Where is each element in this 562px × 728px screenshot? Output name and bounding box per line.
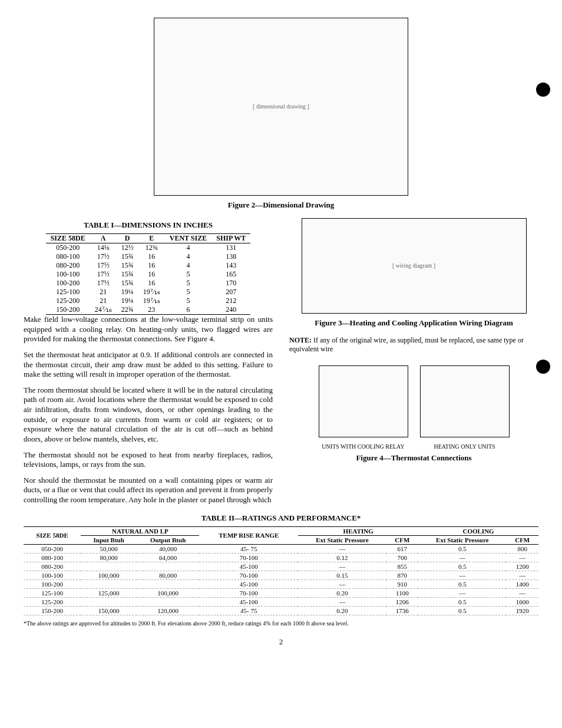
table-row: 150-20024⁷⁄₁₆22¾236240 — [46, 305, 251, 315]
t2-g-nat: NATURAL AND LP — [81, 526, 199, 535]
t2-s-out: Output Btuh — [137, 535, 199, 544]
t1-h-d: D — [117, 234, 138, 243]
figure-2-title: Figure 2—Dimensional Drawing — [24, 200, 538, 210]
table-row: 100-20017½15¾165170 — [46, 279, 251, 288]
table-1: SIZE 58DE A D E VENT SIZE SHIP WT 050-20… — [46, 233, 251, 315]
table-row: 080-10017½15¾164138 — [46, 252, 251, 261]
para-1: Make field low-voltage connections at th… — [24, 315, 273, 344]
figure-3-title: Figure 3—Heating and Cooling Application… — [289, 318, 538, 328]
table-row: 050-20050,00040,00045- 75—6170.5800 — [24, 544, 538, 553]
t2-s-cesp: Ext Static Pressure — [418, 535, 506, 544]
t2-g-size: SIZE 58DE — [24, 526, 81, 544]
t1-h-vent: VENT SIZE — [165, 234, 211, 243]
table-row: 125-100125,000100,00070-1000.201100—— — [24, 588, 538, 597]
t2-g-cool: COOLING — [418, 526, 538, 535]
t2-s-hcfm: CFM — [386, 535, 419, 544]
t1-h-e: E — [138, 234, 165, 243]
figure-3-note: NOTE: If any of the original wire, as su… — [289, 336, 538, 354]
table-2-footnote: *The above ratings are approved for alti… — [24, 620, 538, 627]
table-2-title: TABLE II—RATINGS AND PERFORMANCE* — [24, 513, 538, 523]
t2-s-hesp: Ext Static Pressure — [298, 535, 386, 544]
para-4: The thermostat should not be exposed to … — [24, 450, 273, 470]
t1-h-wt: SHIP WT — [211, 234, 250, 243]
table-row: 100-20045-100—9100.51400 — [24, 579, 538, 588]
table-1-title: TABLE I—DIMENSIONS IN INCHES — [24, 220, 273, 230]
t2-s-ccfm: CFM — [506, 535, 538, 544]
table-row: 080-20017½15¾164143 — [46, 261, 251, 270]
table-2: SIZE 58DE NATURAL AND LP TEMP RISE RANGE… — [24, 526, 538, 615]
table-row: 125-2002119¼19⁷⁄₁₆5212 — [46, 297, 251, 305]
table-row: 125-20045-100—12060.51600 — [24, 597, 538, 606]
table-row: 080-10080,00064,00070-1000.12700—— — [24, 553, 538, 562]
t1-h-a: A — [90, 234, 117, 243]
figure-4-title: Figure 4—Thermostat Connections — [289, 453, 538, 463]
figure-3-diagram: [ wiring diagram ] — [289, 218, 538, 314]
fig4-right-label: HEATING ONLY UNITS — [420, 443, 510, 450]
fig4-left-label: UNITS WITH COOLING RELAY — [319, 443, 408, 450]
table-row: 100-10017½15¾165165 — [46, 270, 251, 279]
table-row: 080-20045-100—8550.51200 — [24, 562, 538, 571]
t2-s-in: Input Btuh — [81, 535, 137, 544]
table-row: 100-100100,00080,00070-1000.15870—— — [24, 571, 538, 579]
para-2: Set the thermostat heat anticipator at 0… — [24, 350, 273, 380]
note-label: NOTE: — [289, 336, 312, 344]
page-number: 2 — [24, 637, 538, 647]
para-3: The room thermostat should be located wh… — [24, 386, 273, 444]
table-row: 125-1002119¼19⁷⁄₁₆5207 — [46, 288, 251, 297]
table-row: 150-200150,000120,00045- 750.2017360.519… — [24, 606, 538, 615]
figure-2-drawing: [ dimensional drawing ] — [24, 18, 538, 196]
table-row: 050-20014⅛12½12⅜4131 — [46, 243, 251, 253]
t2-g-heat: HEATING — [298, 526, 418, 535]
note-text: If any of the original wire, as supplied… — [289, 336, 524, 353]
fig4-right — [420, 365, 510, 437]
t2-g-rise: TEMP RISE RANGE — [199, 526, 298, 544]
t1-h-size: SIZE 58DE — [46, 234, 90, 243]
para-5: Nor should the thermostat be mounted on … — [24, 476, 273, 505]
fig4-left — [319, 365, 408, 437]
